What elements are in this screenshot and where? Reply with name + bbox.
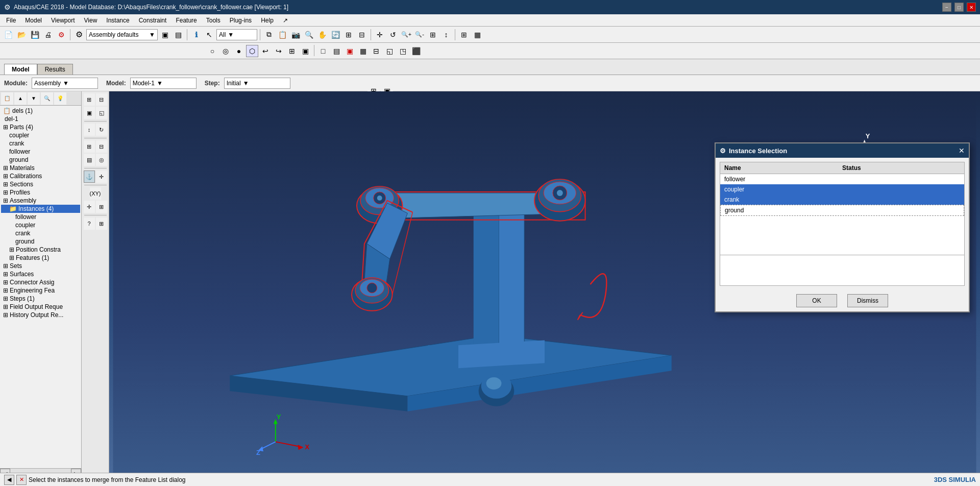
- tool2-button[interactable]: ▣: [299, 45, 311, 57]
- tree-item-del1[interactable]: del-1: [1, 115, 80, 123]
- assembly-defaults-dropdown[interactable]: Assembly defaults ▼: [86, 29, 158, 40]
- tree-item-calibrations[interactable]: ⊞ Calibrations: [1, 172, 80, 180]
- copy-button[interactable]: ⧉: [263, 29, 275, 41]
- vt-tool9-button[interactable]: ⊞: [96, 217, 107, 230]
- tree-item-engfea[interactable]: ⊞ Engineering Fea: [1, 286, 80, 295]
- grid2-button[interactable]: ▦: [471, 29, 483, 41]
- box7-button[interactable]: ◳: [397, 45, 409, 57]
- redo-button[interactable]: ↪: [273, 45, 285, 57]
- rotate2-button[interactable]: ↺: [387, 29, 399, 41]
- select3d-button[interactable]: ⬡: [246, 45, 258, 57]
- menu-tools[interactable]: Tools: [202, 16, 225, 25]
- vscale-button[interactable]: ↕: [440, 29, 452, 41]
- tree-item-follower[interactable]: follower: [1, 148, 80, 156]
- menu-feature[interactable]: Feature: [172, 16, 201, 25]
- tool1-button[interactable]: ⊞: [286, 45, 298, 57]
- title-bar-right[interactable]: − □ ✕: [942, 3, 976, 12]
- tree-item-connassig[interactable]: ⊞ Connector Assig: [1, 278, 80, 286]
- box4-button[interactable]: ▦: [357, 45, 369, 57]
- tree-item-crank-inst[interactable]: crank: [1, 229, 80, 237]
- dialog-close-button[interactable]: ✕: [959, 147, 965, 155]
- tree-item-fieldout[interactable]: ⊞ Field Output Reque: [1, 303, 80, 311]
- render-mode-button[interactable]: ▣: [159, 29, 171, 41]
- fit-button[interactable]: ⊞: [342, 29, 355, 41]
- menu-model[interactable]: Model: [21, 16, 46, 25]
- menu-plugins[interactable]: Plug-ins: [226, 16, 256, 25]
- tree-item-coupler[interactable]: coupler: [1, 131, 80, 139]
- menu-instance[interactable]: Instance: [102, 16, 133, 25]
- camera-button[interactable]: 📷: [289, 29, 302, 41]
- vt-coaxial-button[interactable]: ◎: [96, 154, 107, 166]
- tree-item-ground[interactable]: ground: [1, 156, 80, 164]
- menu-help[interactable]: Help: [257, 16, 278, 25]
- tree-item-steps[interactable]: ⊞ Steps (1): [1, 295, 80, 303]
- pan-button[interactable]: ✋: [316, 29, 328, 41]
- dialog-dismiss-button[interactable]: Dismiss: [847, 294, 888, 307]
- tree-item-profiles[interactable]: ⊞ Profiles: [1, 188, 80, 197]
- undo-button[interactable]: ↩: [259, 45, 272, 57]
- tree-item-posconstra[interactable]: ⊞ Position Constra: [1, 246, 80, 254]
- vt-instance-button[interactable]: ⊞: [84, 93, 95, 106]
- tree-item-follower-inst[interactable]: follower: [1, 213, 80, 221]
- view3d-button[interactable]: ⊟: [356, 29, 368, 41]
- menu-extra[interactable]: ↗: [279, 16, 292, 25]
- tree-item-ground-inst[interactable]: ground: [1, 237, 80, 246]
- tree-item-parts[interactable]: ⊞ Parts (4): [1, 123, 80, 131]
- dialog-ok-button[interactable]: OK: [796, 294, 837, 307]
- tree-item-dels[interactable]: 📋 dels (1): [1, 107, 80, 115]
- tree-item-features[interactable]: ⊞ Features (1): [1, 254, 80, 262]
- menu-file[interactable]: File: [2, 16, 20, 25]
- vt-face-button[interactable]: ⊟: [96, 140, 107, 153]
- restore-button[interactable]: □: [954, 3, 964, 12]
- nav-stop-button[interactable]: ✕: [16, 475, 27, 485]
- tab-model[interactable]: Model: [4, 64, 37, 75]
- tree-item-materials[interactable]: ⊞ Materials: [1, 164, 80, 172]
- tree-item-sets[interactable]: ⊞ Sets: [1, 262, 80, 270]
- fit2-button[interactable]: ⊞: [427, 29, 439, 41]
- model-dropdown[interactable]: Model-1 ▼: [130, 78, 197, 89]
- vt-fix-button[interactable]: ⚓: [84, 171, 95, 183]
- vt-query-button[interactable]: ?: [84, 217, 95, 230]
- move-button[interactable]: ✛: [374, 29, 386, 41]
- vt-parallel-button[interactable]: ⊞: [84, 140, 95, 153]
- dialog-item-crank[interactable]: crank: [720, 195, 964, 205]
- box-button[interactable]: □: [317, 45, 329, 57]
- dialog-list[interactable]: follower coupler crank ground: [720, 174, 965, 255]
- vt-tool4-button[interactable]: ◱: [96, 107, 107, 119]
- dialog-item-coupler[interactable]: coupler: [720, 184, 964, 195]
- tree-item-histout[interactable]: ⊞ History Output Re...: [1, 311, 80, 319]
- vt-datum-button[interactable]: ✛: [84, 201, 95, 213]
- tree-item-surfaces[interactable]: ⊞ Surfaces: [1, 270, 80, 278]
- tree-light-button[interactable]: 💡: [54, 92, 66, 105]
- dialog-item-follower[interactable]: follower: [720, 174, 964, 184]
- tree-item-instances[interactable]: 📁 Instances (4): [1, 205, 80, 213]
- zoom-button[interactable]: 🔍: [303, 29, 315, 41]
- vt-ref-button[interactable]: ⊞: [96, 201, 107, 213]
- zoom-out-button[interactable]: 🔍-: [413, 29, 426, 41]
- render-mode2-button[interactable]: ▤: [172, 29, 184, 41]
- dialog-item-ground[interactable]: ground: [720, 205, 964, 216]
- open-button[interactable]: 📂: [15, 29, 28, 41]
- tree-home-button[interactable]: 📋: [1, 92, 13, 105]
- tree-item-sections[interactable]: ⊞ Sections: [1, 180, 80, 188]
- grid-button[interactable]: ⊞: [458, 29, 470, 41]
- tree-up-button[interactable]: ▲: [14, 92, 27, 105]
- vt-edge-button[interactable]: ▤: [84, 154, 95, 166]
- new-button[interactable]: 📄: [2, 29, 14, 41]
- rotate-button[interactable]: 🔄: [329, 29, 341, 41]
- vt-translate-button[interactable]: ↕: [84, 124, 95, 136]
- box2-button[interactable]: ▤: [330, 45, 342, 57]
- filter-combo[interactable]: All ▼: [216, 29, 257, 40]
- select-arrow-button[interactable]: ↖: [203, 29, 215, 41]
- zoom-in-button[interactable]: 🔍+: [400, 29, 412, 41]
- vt-move2-button[interactable]: ✛: [96, 171, 107, 183]
- box3-button[interactable]: ▣: [344, 45, 356, 57]
- viewport[interactable]: Y X Z Y: [109, 91, 980, 477]
- print-button[interactable]: 🖨: [42, 29, 54, 41]
- circ2-button[interactable]: ◎: [219, 45, 232, 57]
- tree-filter-button[interactable]: 🔍: [41, 92, 53, 105]
- menu-view[interactable]: View: [80, 16, 102, 25]
- box8-button[interactable]: ⬛: [410, 45, 422, 57]
- settings-button[interactable]: ⚙: [55, 29, 67, 41]
- tree-item-assembly[interactable]: ⊞ Assembly: [1, 197, 80, 205]
